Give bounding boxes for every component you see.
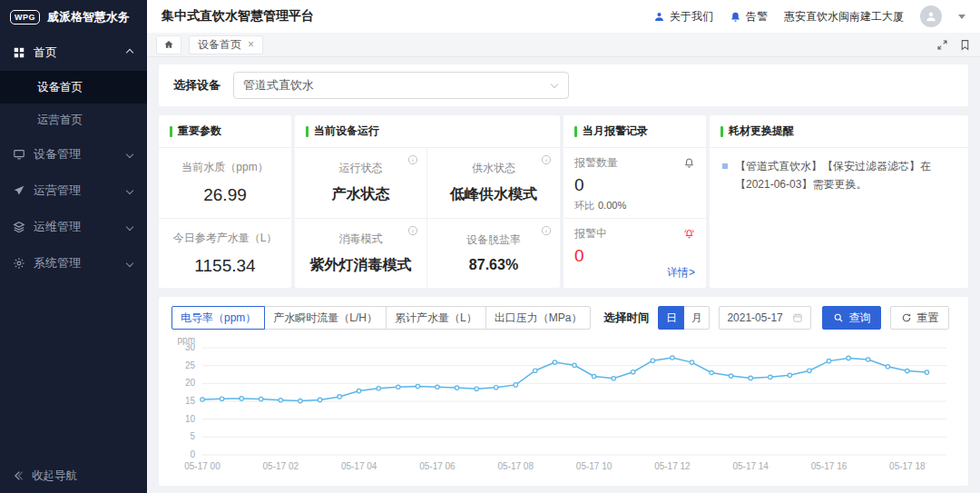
app-window: WPG 威派格智慧水务 首页 设备首页 运营首页 设备管理 运营管理 运维管理 bbox=[0, 0, 980, 493]
alarm-label: 告警 bbox=[746, 9, 768, 25]
disinfect-mode-cell: 消毒模式 紫外灯消毒模式 bbox=[295, 219, 427, 289]
svg-text:05-17 06: 05-17 06 bbox=[419, 461, 456, 471]
chevron-down-icon bbox=[126, 260, 133, 267]
metric-label: 报警数量 bbox=[574, 155, 618, 171]
svg-text:05-17 16: 05-17 16 bbox=[811, 461, 848, 471]
user-menu-caret[interactable] bbox=[958, 15, 965, 19]
supply-status-cell: 供水状态 低峰供水模式 bbox=[427, 148, 560, 219]
alarm-detail-link[interactable]: 详情> bbox=[667, 265, 695, 281]
time-select-label: 选择时间 bbox=[603, 311, 649, 326]
metric-label: 设备脱盐率 bbox=[466, 232, 521, 248]
title-accent-bar bbox=[574, 126, 577, 137]
bell-icon bbox=[730, 11, 741, 23]
info-icon[interactable] bbox=[407, 154, 418, 165]
reset-button[interactable]: 重置 bbox=[890, 306, 949, 330]
card-title: 当月报警记录 bbox=[564, 115, 706, 148]
metric-label: 运行状态 bbox=[339, 161, 383, 176]
person-icon bbox=[653, 11, 665, 23]
month-toggle-button[interactable]: 月 bbox=[683, 306, 710, 330]
chevron-up-icon bbox=[126, 49, 133, 56]
chevron-down-icon bbox=[126, 151, 133, 158]
collapse-nav-button[interactable]: 收起导航 bbox=[0, 458, 147, 493]
bookmark-icon[interactable] bbox=[959, 39, 971, 51]
dashboard-icon bbox=[13, 46, 25, 59]
reset-label: 重置 bbox=[916, 311, 938, 326]
organization-name[interactable]: 惠安直饮水闽南建工大厦 bbox=[784, 9, 904, 25]
card-title-text: 当月报警记录 bbox=[583, 123, 648, 139]
monthly-alarm-card: 当月报警记录 报警数量 0 环比0.00% 报警中 bbox=[564, 115, 706, 288]
sidebar-item-operation-mgmt[interactable]: 运营管理 bbox=[0, 173, 147, 209]
metric-value: 26.99 bbox=[203, 185, 247, 205]
device-select[interactable]: 管道式直饮水 bbox=[233, 72, 569, 99]
card-title-text: 重要参数 bbox=[178, 123, 221, 139]
sidebar-item-system-mgmt[interactable]: 系统管理 bbox=[0, 245, 147, 281]
chevron-down-icon bbox=[551, 80, 558, 87]
logo: WPG 威派格智慧水务 bbox=[0, 0, 147, 35]
metric-value: 87.63% bbox=[469, 257, 518, 273]
water-quality-block: 当前水质（ppm） 26.99 bbox=[159, 148, 291, 218]
sidebar-item-device-home[interactable]: 设备首页 bbox=[0, 71, 147, 104]
home-tab-button[interactable] bbox=[156, 35, 181, 54]
alarm-active-head: 报警中 bbox=[574, 226, 695, 242]
svg-text:5: 5 bbox=[190, 431, 195, 441]
info-icon[interactable] bbox=[407, 225, 418, 236]
info-icon[interactable] bbox=[541, 225, 552, 236]
day-toggle-button[interactable]: 日 bbox=[658, 306, 684, 330]
info-icon[interactable] bbox=[541, 154, 552, 165]
alarm-link[interactable]: 告警 bbox=[730, 9, 768, 25]
metric-label: 今日参考产水量（L） bbox=[173, 231, 278, 246]
alarm-ratio: 环比0.00% bbox=[574, 199, 695, 212]
card-title: 当前设备运行 bbox=[295, 115, 560, 148]
chevron-down-icon bbox=[126, 187, 133, 194]
sidebar-item-device-mgmt[interactable]: 设备管理 bbox=[0, 136, 147, 173]
svg-text:05-17 00: 05-17 00 bbox=[184, 461, 220, 471]
stats-row: 重要参数 当前水质（ppm） 26.99 今日参考产水量（L） 1155.34 bbox=[159, 115, 968, 288]
chevron-down-icon bbox=[126, 223, 133, 231]
title-accent-bar bbox=[306, 126, 309, 137]
device-icon bbox=[13, 148, 25, 161]
sidebar-item-label: 首页 bbox=[34, 44, 119, 61]
consumable-reminder-item: 【管道式直饮水】【保安过滤器滤芯】在【2021-06-03】需要更换。 bbox=[710, 148, 968, 202]
svg-text:05-17 12: 05-17 12 bbox=[654, 461, 691, 471]
svg-text:05-17 08: 05-17 08 bbox=[498, 461, 534, 471]
tab-device-home[interactable]: 设备首页 × bbox=[189, 35, 263, 54]
svg-text:30: 30 bbox=[185, 342, 196, 352]
close-icon[interactable]: × bbox=[248, 38, 254, 51]
card-title: 重要参数 bbox=[159, 115, 291, 148]
tabbar-actions bbox=[936, 39, 971, 51]
metric-value: 产水状态 bbox=[332, 185, 390, 204]
tab-outlet-pressure[interactable]: 出口压力（MPa） bbox=[485, 306, 592, 330]
tab-instant-flow[interactable]: 产水瞬时流量（L/H） bbox=[264, 306, 387, 330]
metric-label: 供水状态 bbox=[472, 161, 515, 176]
tab-conductivity[interactable]: 电导率（ppm） bbox=[172, 306, 265, 330]
sidebar-item-label: 运营管理 bbox=[34, 182, 119, 199]
bell-outline-icon bbox=[683, 157, 695, 169]
query-button[interactable]: 查询 bbox=[822, 306, 881, 330]
svg-text:25: 25 bbox=[185, 360, 196, 370]
avatar[interactable] bbox=[920, 5, 942, 27]
sidebar-item-home[interactable]: 首页 bbox=[0, 35, 147, 71]
main-area: 集中式直饮水智慧管理平台 关于我们 告警 惠安直饮水闽南建工大厦 bbox=[147, 0, 980, 493]
title-accent-bar bbox=[720, 126, 723, 137]
title-accent-bar bbox=[170, 126, 172, 137]
about-us-link[interactable]: 关于我们 bbox=[653, 9, 713, 25]
alarm-count-head: 报警数量 bbox=[574, 155, 695, 171]
sidebar-item-label: 运维管理 bbox=[34, 219, 119, 235]
svg-text:20: 20 bbox=[185, 378, 196, 388]
important-params-card: 重要参数 当前水质（ppm） 26.99 今日参考产水量（L） 1155.34 bbox=[159, 115, 291, 288]
svg-text:10: 10 bbox=[185, 414, 196, 424]
page-title: 集中式直饮水智慧管理平台 bbox=[162, 8, 314, 25]
card-title: 耗材更换提醒 bbox=[710, 115, 968, 148]
card-title-text: 当前设备运行 bbox=[314, 123, 379, 139]
query-label: 查询 bbox=[848, 311, 870, 326]
running-status-cell: 运行状态 产水状态 bbox=[295, 148, 427, 219]
search-icon bbox=[833, 312, 844, 323]
reminder-text: 【管道式直饮水】【保安过滤器滤芯】在【2021-06-03】需要更换。 bbox=[735, 157, 956, 193]
home-icon bbox=[163, 39, 174, 50]
fullscreen-icon[interactable] bbox=[936, 39, 948, 51]
tab-total-output[interactable]: 累计产水量（L） bbox=[386, 306, 486, 330]
sidebar-item-operation-home[interactable]: 运营首页 bbox=[0, 104, 147, 136]
sidebar-item-maintenance-mgmt[interactable]: 运维管理 bbox=[0, 209, 147, 245]
date-picker[interactable]: 2021-05-17 bbox=[719, 306, 811, 330]
device-running-card: 当前设备运行 运行状态 产水状态 供水状态 低峰供水模式 bbox=[295, 115, 560, 288]
